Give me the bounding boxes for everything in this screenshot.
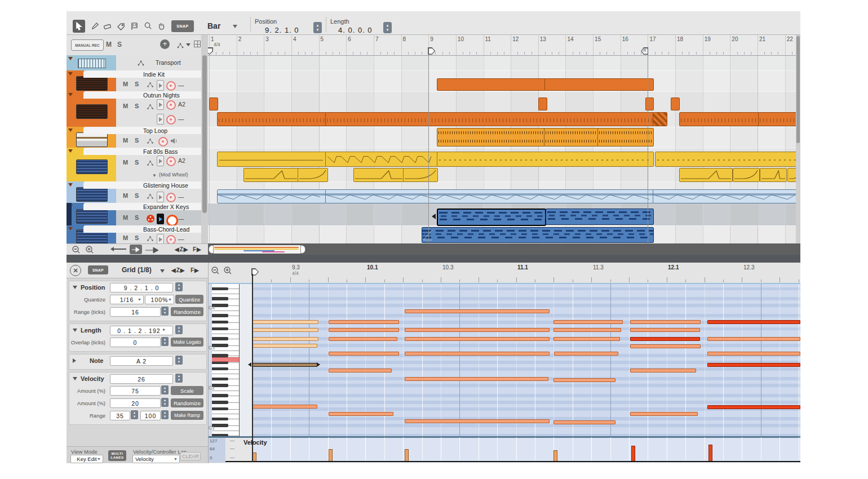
midi-note[interactable] [329,369,392,372]
note-resize-left-handle[interactable] [248,362,251,367]
zoom-in-button[interactable] [85,245,94,254]
clip-outrun-lane1[interactable] [671,97,680,110]
lane-play-button[interactable] [157,214,164,224]
solo-button[interactable]: S [135,192,139,199]
make-legato-button[interactable]: Make Legato [171,338,203,347]
highlighted-key-a2[interactable] [212,357,239,362]
pointer-tool[interactable] [73,20,85,33]
overview-right-handle[interactable] [300,245,305,254]
black-key[interactable] [212,394,228,397]
range-high-stepper[interactable]: ▲▼ [161,410,169,419]
clip-top-loop[interactable] [437,128,545,147]
lanes-icon[interactable] [147,235,154,242]
lane-play-button[interactable] [157,80,164,91]
quantize-pct-dropdown[interactable]: 100%▼ [145,295,174,304]
randomize-amount-stepper[interactable]: ▲▼ [161,398,169,407]
collapse-icon[interactable] [73,329,77,332]
collapse-arrow-icon[interactable] [68,128,73,132]
midi-note[interactable] [329,320,399,324]
randomize-position-button[interactable]: Randomize [171,307,203,316]
collapse-icon[interactable] [73,286,77,289]
left-locator-marker[interactable] [208,47,213,55]
mute-button[interactable]: M [123,81,128,87]
scale-amount-field[interactable]: 75 [110,386,161,396]
solo-button[interactable]: S [135,214,139,221]
midi-note[interactable] [253,405,317,409]
record-arm-button[interactable] [166,115,176,125]
lane-play-button[interactable] [157,99,164,110]
midi-note[interactable] [630,328,700,332]
clip-outrun-lane1[interactable] [645,97,654,110]
midi-note[interactable] [553,328,621,332]
collapse-arrow-icon[interactable] [68,57,73,60]
velocity-bar[interactable] [405,449,409,462]
clip-glistening-house[interactable] [325,189,654,203]
hand-tool[interactable] [155,20,167,33]
length-stepper[interactable]: ▲▼ [383,22,392,33]
zoom-f-control[interactable]: F▶ [193,246,202,252]
quantize-button[interactable]: Quantize [175,295,203,304]
midi-note[interactable] [630,337,700,341]
position-stepper[interactable]: ▲▼ [313,22,322,33]
lanes-alert-icon[interactable] [147,215,154,223]
editor-zoom-out-icon[interactable] [211,266,220,275]
record-arm-button[interactable] [166,157,176,166]
grid-size-dropdown[interactable]: Grid (1/8) [122,266,152,274]
clip-fat-lane1[interactable] [325,152,438,167]
range-high-field[interactable]: 100 [140,411,161,420]
controller-lane-dropdown[interactable]: Velocity▼ [132,455,180,463]
clip-outrun-lane2[interactable] [325,112,654,126]
note-stepper[interactable]: ▲▼ [175,356,183,365]
collapse-icon[interactable] [73,358,76,363]
mute-button[interactable]: M [123,192,128,199]
collapse-arrow-icon[interactable] [68,183,73,187]
lanes-icon[interactable] [177,41,184,51]
mute-button[interactable]: M [123,103,128,109]
black-key[interactable] [212,321,228,324]
midi-note[interactable] [707,405,800,409]
lanes-icon[interactable] [147,138,154,145]
black-key[interactable] [212,314,228,317]
mute-button[interactable]: M [123,234,128,241]
mute-button[interactable]: M [123,159,128,166]
solo-button[interactable]: S [135,234,139,241]
clip-indie-kit[interactable] [437,78,546,91]
black-key[interactable] [212,418,228,421]
velocity-stepper[interactable]: ▲▼ [175,374,183,383]
clip-indie-kit[interactable] [544,78,654,91]
track-row-outrun-nights[interactable]: Outrun NightsMSA2▼M✕—▼M✕ [67,91,201,127]
lane-key-value[interactable]: A2 [178,101,185,108]
velocity-bar[interactable] [253,453,256,462]
track-row-glistening-house[interactable]: Glistening HouseMS—▼M✕ [67,181,201,203]
clip-outrun-lane1[interactable] [209,97,218,110]
range-low-stepper[interactable]: ▲▼ [131,410,138,419]
midi-note[interactable] [329,352,399,356]
black-key[interactable] [212,297,228,300]
song-position-line[interactable] [428,48,429,243]
close-editor-button[interactable]: ✕ [70,265,81,276]
overview-left-handle[interactable] [209,245,214,254]
black-key[interactable] [212,337,228,340]
collapse-arrow-icon[interactable] [68,93,73,96]
record-icon[interactable] [158,137,168,147]
track-row-fat-80s-bass[interactable]: Fat 80s BassMSA2▼M✕▼(Mod Wheel)M✕ [67,148,201,182]
clip-expander-x-keys[interactable] [546,209,654,225]
mute-button[interactable]: M [123,137,128,144]
record-arm-button[interactable] [166,235,176,243]
midi-note[interactable] [630,320,701,324]
black-key[interactable] [212,287,228,291]
length-field[interactable]: 0 . 1 . 2 . 192 * [110,326,173,335]
range-ticks-stepper[interactable]: ▲▼ [161,307,169,316]
black-key[interactable] [212,407,228,411]
track-row-top-loop[interactable]: Top LoopMS [67,127,201,148]
collapse-arrow-icon[interactable] [68,149,73,153]
range-ticks-field[interactable]: 16 [110,307,161,317]
solo-button[interactable]: S [135,81,139,87]
eraser-tool[interactable] [101,20,113,33]
note-resize-right-handle[interactable] [317,362,320,367]
midi-note[interactable] [553,337,620,341]
track-panel-scrollbar[interactable] [201,35,208,243]
midi-note[interactable] [553,420,615,424]
clip-fat-lane1[interactable] [655,152,796,167]
collapse-icon[interactable] [73,377,77,380]
